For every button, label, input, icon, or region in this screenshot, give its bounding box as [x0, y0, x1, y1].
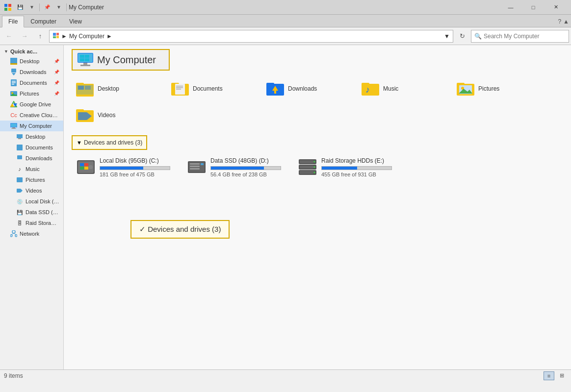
drive-c-name: Local Disk (95GB) (C:) — [100, 157, 170, 164]
window-controls: — □ ✕ — [499, 0, 567, 15]
pictures-pin: 📌 — [54, 91, 59, 96]
sidebar-network-label: Network — [20, 231, 39, 237]
folder-item-downloads[interactable]: Downloads — [262, 76, 355, 101]
folder-item-pictures[interactable]: Pictures — [452, 76, 545, 101]
sidebar-item-pictures[interactable]: Pictures 📌 — [0, 88, 63, 99]
sidebar-child-videos[interactable]: Videos — [0, 185, 63, 196]
tab-view[interactable]: View — [63, 16, 88, 27]
svg-rect-44 — [85, 55, 89, 58]
view-details-btn[interactable]: ≡ — [544, 371, 554, 380]
folder-videos-label: Videos — [98, 112, 115, 119]
sidebar-child-documents[interactable]: Documents — [0, 142, 63, 153]
folder-item-desktop[interactable]: Desktop — [72, 76, 165, 101]
svg-rect-62 — [274, 91, 276, 94]
back-button[interactable]: ← — [2, 29, 16, 43]
svg-rect-7 — [56, 36, 59, 38]
folder-documents-icon — [171, 80, 189, 98]
dropdown-toolbar-btn[interactable]: ▼ — [26, 2, 37, 12]
title-bar: 💾 ▼ 📌 ▼ My Computer — □ ✕ — [0, 0, 571, 15]
svg-rect-14 — [12, 82, 16, 83]
svg-point-35 — [10, 235, 12, 237]
drive-c-bar-bg — [100, 166, 170, 170]
up-button[interactable]: ↑ — [33, 29, 47, 43]
svg-point-34 — [12, 230, 15, 233]
folder-documents-label: Documents — [193, 85, 223, 92]
expand-ribbon-btn[interactable]: ▲ — [563, 18, 569, 25]
address-path[interactable]: ► My Computer ► ▼ — [49, 30, 453, 43]
path-computer-icon — [52, 32, 59, 40]
path-dropdown-btn[interactable]: ▼ — [444, 33, 450, 40]
sidebar-child-desktop[interactable]: Desktop — [0, 131, 63, 142]
svg-rect-28 — [18, 138, 21, 139]
forward-button[interactable]: → — [18, 29, 31, 43]
sidebar-item-documents[interactable]: Documents 📌 — [0, 77, 63, 88]
sidebar-child-music[interactable]: ♪ Music — [0, 164, 63, 174]
save-toolbar-btn[interactable]: 💾 — [15, 2, 26, 12]
sidebar-child-downloads[interactable]: Downloads — [0, 153, 63, 164]
svg-rect-91 — [300, 160, 313, 163]
sidebar-item-desktop[interactable]: Desktop 📌 — [0, 56, 63, 67]
sidebar-child-datassd-label: Data SSD (48GB) (D: — [26, 209, 59, 215]
drive-item-c[interactable]: Local Disk (95GB) (C:) 181 GB free of 47… — [72, 154, 175, 181]
drive-d-bar-fill — [211, 167, 264, 170]
drive-e-icon — [298, 157, 317, 177]
svg-rect-10 — [11, 69, 16, 73]
search-input[interactable] — [484, 33, 566, 40]
svg-point-96 — [313, 172, 315, 173]
minimize-button[interactable]: — — [499, 0, 522, 15]
svg-rect-9 — [10, 63, 17, 65]
svg-rect-5 — [56, 33, 59, 35]
sidebar-child-pictures[interactable]: Pictures — [0, 174, 63, 185]
close-button[interactable]: ✕ — [545, 0, 567, 15]
path-mycomputer: My Computer — [69, 33, 104, 40]
child-datassd-icon: 💾 — [16, 208, 24, 216]
svg-rect-8 — [10, 58, 17, 63]
annotation-devices-box: ✓ Devices and drives (3) — [130, 220, 230, 239]
devices-collapse-arrow[interactable]: ▼ — [77, 140, 82, 146]
child-localdisk-icon: 💿 — [16, 197, 24, 205]
sidebar-item-network[interactable]: Network — [0, 228, 63, 239]
refresh-button[interactable]: ↻ — [455, 29, 469, 43]
downloads-pin: 📌 — [54, 70, 59, 74]
svg-rect-31 — [17, 177, 23, 182]
sidebar-documents-label: Documents — [20, 80, 47, 86]
folder-item-documents[interactable]: Documents — [167, 76, 260, 101]
folder-item-videos[interactable]: Videos — [72, 103, 165, 127]
pictures-icon — [10, 90, 18, 98]
drive-item-e[interactable]: Raid Storage HDDs (E:) 455 GB free of 93… — [293, 154, 396, 181]
sidebar-child-documents-label: Documents — [26, 145, 53, 150]
window-icon — [4, 3, 12, 11]
folder-item-music[interactable]: ♪ Music — [357, 76, 450, 101]
svg-rect-84 — [190, 163, 200, 165]
child-pictures-icon — [16, 176, 24, 184]
tab-file[interactable]: File — [2, 16, 24, 27]
sidebar-item-mycomputer[interactable]: My Computer — [0, 121, 63, 131]
maximize-button[interactable]: □ — [522, 0, 545, 15]
mycomputer-header-icon — [78, 53, 93, 67]
sidebar-child-localdisk[interactable]: 💿 Local Disk (95GB) (C: — [0, 196, 63, 207]
network-icon — [10, 230, 18, 238]
svg-rect-26 — [11, 128, 16, 129]
documents-pin: 📌 — [54, 80, 59, 85]
svg-rect-3 — [8, 8, 11, 11]
child-desktop-icon — [16, 133, 24, 141]
tab-computer[interactable]: Computer — [24, 16, 63, 27]
sidebar-item-googledrive[interactable]: Google Drive — [0, 99, 63, 110]
sidebar-child-raid[interactable]: 🗄 Raid Storage HDDs — [0, 218, 63, 228]
help-icon[interactable]: ? — [558, 18, 561, 25]
svg-rect-46 — [85, 58, 89, 61]
drive-item-d[interactable]: Data SSD (48GB) (D:) 56.4 GB free of 238… — [182, 154, 286, 181]
sidebar-quickaccess-header[interactable]: ▼ Quick ac... — [0, 47, 63, 56]
svg-rect-80 — [84, 167, 88, 170]
svg-rect-87 — [201, 163, 204, 165]
drive-c-free: 181 GB free of 475 GB — [100, 172, 170, 177]
more-toolbar-btn[interactable]: ▼ — [53, 2, 64, 12]
view-icons-btn[interactable]: ⊞ — [556, 371, 567, 380]
sidebar-item-downloads[interactable]: Downloads 📌 — [0, 67, 63, 77]
sidebar-child-datassd[interactable]: 💾 Data SSD (48GB) (D: — [0, 207, 63, 218]
svg-point-81 — [89, 165, 93, 169]
sidebar-item-creativecloud[interactable]: Cc Creative Cloud Files — [0, 110, 63, 121]
pin-toolbar-btn[interactable]: 📌 — [42, 2, 52, 12]
sidebar-mycomputer-label: My Computer — [20, 123, 52, 129]
content-area: My Computer Desktop — [64, 45, 571, 369]
